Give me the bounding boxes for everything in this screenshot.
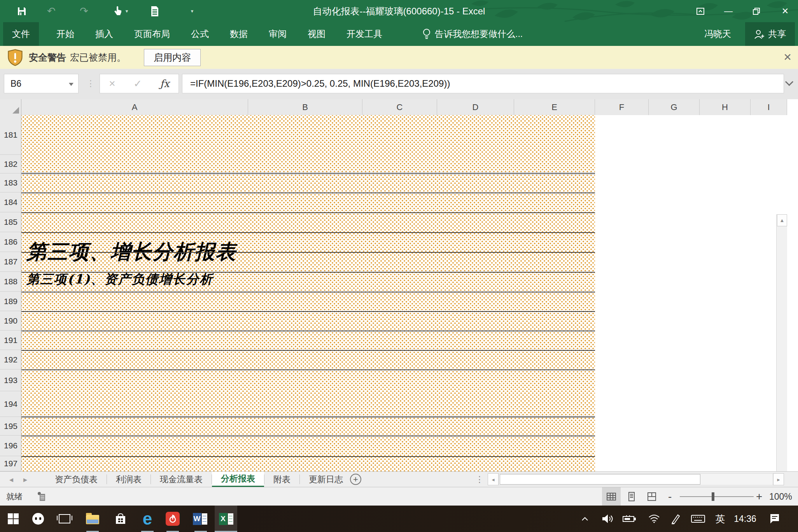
word-button[interactable]: W: [190, 506, 210, 532]
ribbon-display-options-icon[interactable]: [691, 0, 709, 22]
select-all-corner[interactable]: [0, 99, 21, 115]
volume-icon[interactable]: [599, 506, 616, 532]
file-explorer-button[interactable]: [82, 506, 103, 532]
ribbon-tab-0[interactable]: 开始: [46, 22, 85, 46]
view-normal-button[interactable]: [602, 487, 621, 506]
row-header-182[interactable]: 182: [0, 155, 21, 173]
vertical-scrollbar[interactable]: ▲ ▼: [776, 214, 787, 471]
row-header-196[interactable]: 196: [0, 436, 21, 456]
column-header-D[interactable]: D: [437, 99, 514, 115]
hscroll-left-icon[interactable]: ◂: [488, 473, 499, 485]
row-header-189[interactable]: 189: [0, 292, 21, 311]
column-header-C[interactable]: C: [362, 99, 437, 115]
zoom-level[interactable]: 100%: [769, 487, 792, 506]
view-page-break-button[interactable]: [642, 487, 661, 506]
macro-record-icon[interactable]: [37, 492, 46, 502]
cortana-button[interactable]: [28, 506, 48, 532]
column-header-G[interactable]: G: [649, 99, 700, 115]
row-header-184[interactable]: 184: [0, 192, 21, 212]
formula-bar-splitter[interactable]: ⋮: [86, 74, 95, 93]
spreadsheet-grid[interactable]: 1811821831841851861871881891901911921931…: [0, 115, 787, 471]
save-icon[interactable]: [14, 0, 30, 22]
ribbon-tab-7[interactable]: 开发工具: [336, 22, 393, 46]
row-header-190[interactable]: 190: [0, 311, 21, 331]
edge-button[interactable]: e: [137, 506, 158, 532]
touch-mode-caret-icon[interactable]: ▾: [123, 0, 131, 22]
minimize-button[interactable]: —: [719, 0, 737, 22]
row-header-192[interactable]: 192: [0, 350, 21, 369]
ribbon-tab-6[interactable]: 视图: [297, 22, 336, 46]
tell-me-box[interactable]: 告诉我您想要做什么...: [422, 22, 523, 46]
sheet-tab-5[interactable]: 更新日志: [300, 472, 352, 487]
row-header-193[interactable]: 193: [0, 369, 21, 391]
column-header-H[interactable]: H: [700, 99, 751, 115]
share-button[interactable]: 共享: [745, 22, 795, 46]
wifi-icon[interactable]: [646, 506, 663, 532]
insert-function-icon[interactable]: ƒx: [160, 78, 169, 89]
sheet-tab-1[interactable]: 利润表: [107, 472, 150, 487]
tab-scroll-splitter[interactable]: ⋮: [475, 472, 484, 487]
netease-music-button[interactable]: [163, 506, 183, 532]
row-header-197[interactable]: 197: [0, 456, 21, 471]
column-header-E[interactable]: E: [514, 99, 595, 115]
windows-ink-icon[interactable]: [667, 506, 684, 532]
ime-language-indicator[interactable]: 英: [712, 506, 728, 532]
cell-subtitle-balance-growth[interactable]: 第三项(1)、资产负债增长分析: [26, 270, 213, 289]
touch-keyboard-icon[interactable]: [688, 506, 708, 532]
sheet-nav-left-icon[interactable]: ◂: [5, 472, 17, 487]
print-preview-icon[interactable]: [147, 0, 163, 22]
row-header-185[interactable]: 185: [0, 212, 21, 232]
undo-icon[interactable]: ↶: [44, 0, 59, 22]
ribbon-tab-2[interactable]: 页面布局: [124, 22, 180, 46]
sheet-nav-right-icon[interactable]: ▸: [19, 472, 31, 487]
sheet-tab-4[interactable]: 附表: [264, 472, 299, 487]
zoom-out-icon[interactable]: -: [668, 487, 672, 506]
ribbon-tab-5[interactable]: 审阅: [258, 22, 297, 46]
formula-input[interactable]: =IF(MIN(E196,E203,E209)>0.25, 0.25, MIN(…: [182, 74, 784, 93]
row-header-188[interactable]: 188: [0, 272, 21, 292]
horizontal-scrollbar[interactable]: [499, 473, 773, 485]
horizontal-scroll-thumb[interactable]: [500, 474, 700, 485]
add-sheet-button[interactable]: +: [350, 474, 361, 485]
enable-content-button[interactable]: 启用内容: [144, 49, 201, 66]
enter-icon[interactable]: ✓: [133, 78, 142, 90]
row-header-186[interactable]: 186: [0, 232, 21, 252]
cancel-icon[interactable]: ×: [109, 77, 115, 90]
battery-icon[interactable]: [620, 506, 639, 532]
task-view-button[interactable]: [54, 506, 75, 532]
row-header-194[interactable]: 194: [0, 391, 21, 417]
user-name[interactable]: 冯晓天: [704, 22, 731, 46]
name-box-caret-icon[interactable]: [69, 83, 74, 86]
tray-expand-icon[interactable]: [578, 506, 592, 532]
zoom-in-icon[interactable]: +: [756, 487, 762, 506]
row-header-187[interactable]: 187: [0, 252, 21, 272]
column-header-B[interactable]: B: [248, 99, 362, 115]
column-header-A[interactable]: A: [21, 99, 248, 115]
warning-close-icon[interactable]: ✕: [783, 51, 792, 63]
start-button[interactable]: [3, 506, 23, 532]
close-button[interactable]: ✕: [776, 0, 794, 22]
sheet-tab-2[interactable]: 现金流量表: [151, 472, 212, 487]
column-header-I[interactable]: I: [751, 99, 787, 115]
formula-bar-expand-icon[interactable]: [786, 79, 796, 88]
restore-button[interactable]: [747, 0, 765, 22]
row-header-195[interactable]: 195: [0, 417, 21, 436]
view-page-layout-button[interactable]: [622, 487, 641, 506]
tab-file[interactable]: 文件: [3, 22, 39, 46]
redo-icon[interactable]: ↷: [76, 0, 92, 22]
zoom-slider-thumb[interactable]: [712, 492, 714, 501]
hscroll-right-icon[interactable]: ▸: [773, 473, 784, 485]
zoom-slider-track[interactable]: [680, 496, 754, 497]
clock[interactable]: 14:36: [730, 506, 761, 532]
store-button[interactable]: [110, 506, 131, 532]
excel-button[interactable]: X: [216, 506, 236, 532]
ribbon-tab-4[interactable]: 数据: [219, 22, 258, 46]
action-center-icon[interactable]: [765, 506, 784, 532]
row-header-181[interactable]: 181: [0, 115, 21, 155]
sheet-tab-3[interactable]: 分析报表: [212, 472, 264, 487]
row-header-183[interactable]: 183: [0, 173, 21, 192]
scroll-up-icon[interactable]: ▲: [777, 214, 787, 226]
ribbon-tab-1[interactable]: 插入: [85, 22, 124, 46]
column-header-F[interactable]: F: [595, 99, 649, 115]
sheet-tab-0[interactable]: 资产负债表: [46, 472, 107, 487]
